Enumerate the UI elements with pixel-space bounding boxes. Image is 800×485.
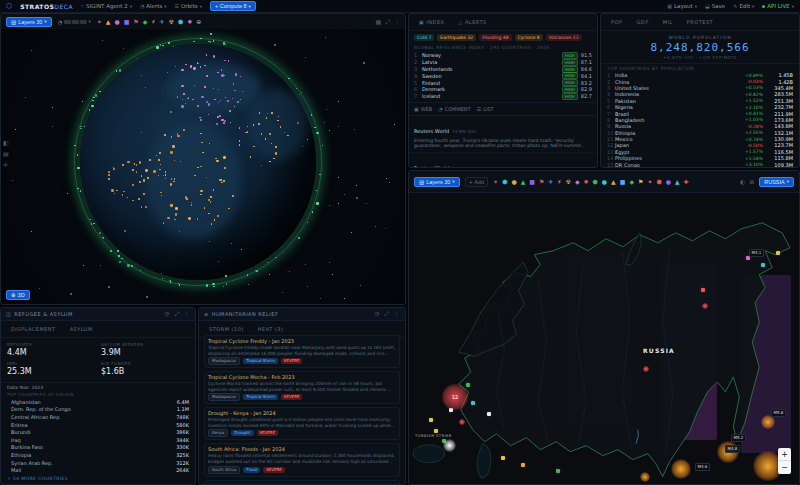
strike-cluster[interactable] (443, 439, 456, 452)
relief-card[interactable]: Zambia: Floods - Jan 2024 Seasonal flood… (204, 480, 400, 484)
refresh-icon[interactable]: ⟳ (165, 310, 171, 318)
magnitude-label[interactable]: M4.8 (725, 445, 740, 453)
relief-card[interactable]: Tropical Cyclone Freddy - Jan 2023 Tropi… (204, 335, 400, 368)
add-layer-button[interactable]: + Add (465, 177, 488, 187)
layer-icon[interactable]: ▲ (106, 19, 111, 25)
quake-heat-blob[interactable] (640, 472, 650, 482)
event-marker[interactable] (701, 288, 705, 292)
layer-icon[interactable]: ✈ (160, 19, 165, 25)
layer-icon[interactable]: ✸ (584, 179, 589, 185)
globe-viewport[interactable] (1, 29, 405, 304)
magnitude-label[interactable]: M4.1 (749, 249, 764, 257)
population-row[interactable]: 13 Egypt +1.57% 116.5M (601, 149, 799, 155)
layer-icon[interactable]: ■ (529, 179, 535, 185)
hazard-chip[interactable]: Volcanoes 12 (546, 34, 582, 41)
country-tag[interactable]: Kenya (208, 429, 228, 437)
population-tab[interactable]: PROTEST (682, 17, 718, 27)
population-row[interactable]: 11 Mexico +0.74% 130.9M (601, 136, 799, 142)
more-icon[interactable]: ⋮ (394, 310, 401, 318)
origin-row[interactable]: Afghanistan 6.4M (1, 398, 195, 406)
layer-icon[interactable]: ◆ (143, 19, 148, 25)
origin-row[interactable]: Iraq 344K (1, 436, 195, 444)
layer-icon[interactable]: ✈ (548, 179, 553, 185)
relief-card[interactable]: Tropical Cyclone Mocha - Feb 2023 Cyclon… (204, 371, 400, 404)
save-button[interactable]: ⬓Save (705, 3, 725, 9)
hazard-chip[interactable]: Earthquake 32 (437, 34, 476, 41)
event-marker[interactable] (434, 429, 438, 433)
news-item[interactable]: Reuters World32 MIN AGO Welcome for talk… (409, 153, 597, 168)
more-countries-link[interactable]: + 54 MORE COUNTRIES (1, 474, 195, 483)
expand-icon[interactable]: ⤢ (385, 18, 390, 26)
origin-row[interactable]: Burundi 386K (1, 428, 195, 436)
layer-icon[interactable]: ✦ (493, 179, 498, 185)
layer-icon[interactable]: ☢ (169, 19, 174, 25)
alert-dot[interactable] (459, 419, 465, 425)
layer-icon[interactable]: ● (602, 179, 607, 185)
refugee-tab[interactable]: DISPLACEMENT (6, 324, 61, 334)
severity-tag[interactable]: SEVERE (281, 358, 303, 364)
layer-icon[interactable]: ▲ (521, 179, 526, 185)
hazard-chip[interactable]: Cyclone 8 (515, 34, 543, 41)
globe-timer[interactable]: ◔ 00:00:00 ▾ (58, 19, 91, 25)
refresh-icon[interactable]: ⟳ (375, 310, 381, 318)
layer-icon[interactable]: ⚑ (539, 179, 544, 185)
layer-icon[interactable]: ⚑ (638, 179, 643, 185)
population-row[interactable]: 10 Ethiopia +2.55% 132.1M (601, 130, 799, 136)
map-tool-icon[interactable]: ◐ (740, 178, 745, 185)
topbar-menu-item[interactable]: ◔ Alerts ▾ (140, 3, 167, 9)
event-marker[interactable] (556, 469, 560, 473)
magnitude-label[interactable]: M5.2 (731, 434, 746, 442)
layer-icon[interactable]: ⬟ (593, 179, 598, 185)
layer-icon[interactable]: ● (114, 19, 119, 25)
hazard-type-tag[interactable]: Drought (231, 430, 253, 436)
edit-button[interactable]: ✎Edit▾ (733, 3, 754, 9)
population-row[interactable]: 1 India +0.89% 1.45B (601, 72, 799, 78)
refugee-tab[interactable]: ASYLUM (65, 324, 98, 334)
hazard-chip[interactable]: Cold 7 (414, 34, 434, 41)
hazard-type-tag[interactable]: Flood (243, 467, 260, 473)
population-row[interactable]: 5 Pakistan +1.52% 251.3M (601, 98, 799, 104)
region-chip[interactable]: RUSSIA ▾ (759, 177, 794, 187)
news-tab[interactable]: ☰LIST (477, 106, 494, 112)
globe-mode-toggle[interactable]: ⊕ 3D (6, 290, 30, 300)
compute-button[interactable]: + Compute 8 ▾ (210, 1, 256, 11)
population-row[interactable]: 4 Indonesia +0.82% 283.5M (601, 91, 799, 97)
index-row[interactable]: 2 Latvia HIGH 87.1 (409, 59, 597, 66)
layer-icon[interactable]: ▲ (675, 179, 680, 185)
event-marker[interactable] (429, 418, 433, 422)
alert-dot[interactable] (643, 366, 649, 372)
map-viewport[interactable]: 12 TURKISH STRIKE M5.8M5.2M4.8M4.6M4.1 R… (409, 193, 799, 484)
population-row[interactable]: 7 Brazil +0.41% 211.9M (601, 110, 799, 116)
severity-tag[interactable]: SEVERE (263, 467, 285, 473)
index-row[interactable]: 5 Finland HIGH 83.2 (409, 79, 597, 86)
layer-icon[interactable]: ✚ (684, 179, 689, 185)
population-row[interactable]: 6 Nigeria +2.10% 232.7M (601, 104, 799, 110)
event-marker[interactable] (501, 456, 505, 460)
layer-icon[interactable]: ⬢ (178, 19, 183, 25)
origin-row[interactable]: Eritrea 580K (1, 421, 195, 429)
layer-icon[interactable]: ✦ (647, 179, 652, 185)
layer-icon[interactable]: ⚡ (151, 19, 155, 25)
hazard-chip[interactable]: Flooding 48 (479, 34, 511, 41)
severity-tag[interactable]: SEVERE (281, 394, 303, 400)
origin-row[interactable]: Mali 264K (1, 466, 195, 474)
map-tool-icon[interactable]: ⊕ (749, 178, 754, 185)
alert-dot[interactable] (702, 303, 708, 309)
event-marker[interactable] (776, 251, 780, 255)
population-tab[interactable]: POP (606, 17, 627, 27)
origin-row[interactable]: Central African Rep. 748K (1, 413, 195, 421)
event-marker[interactable] (761, 263, 765, 267)
origin-row[interactable]: Dem. Rep. of the Congo 1.1M (1, 406, 195, 414)
quake-heat-blob[interactable] (761, 415, 775, 429)
magnitude-label[interactable]: M5.8 (771, 409, 786, 417)
layer-icon[interactable]: ◆ (575, 179, 580, 185)
crosshair-icon[interactable]: ✛ (3, 161, 9, 168)
index-row[interactable]: 1 Norway HIGH 91.5 (409, 52, 597, 59)
more-icon[interactable]: ⋮ (184, 310, 191, 318)
more-icon[interactable]: ⋮ (394, 18, 400, 26)
layer-icon[interactable]: ⊕ (196, 19, 201, 25)
zoom-in-button[interactable]: + (778, 448, 791, 461)
country-tag[interactable]: South Africa (208, 466, 240, 474)
news-tab[interactable]: ▣WEB (414, 106, 432, 112)
event-marker[interactable] (471, 401, 475, 405)
